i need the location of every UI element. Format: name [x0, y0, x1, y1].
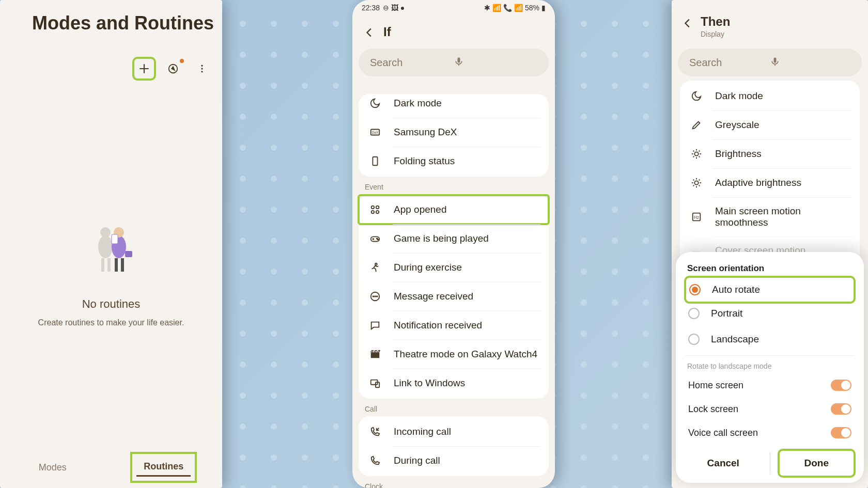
msg-icon — [369, 290, 381, 303]
toggle-row[interactable]: Voice call screen — [687, 421, 853, 445]
dialog-title: Screen orientation — [687, 263, 853, 274]
list-item[interactable]: HzMain screen motion smoothness — [680, 197, 860, 237]
discover-button[interactable] — [165, 61, 181, 76]
item-label: During exercise — [394, 262, 462, 273]
list-item[interactable]: During exercise — [359, 253, 549, 282]
list-item[interactable]: During call — [359, 446, 549, 475]
svg-line-55 — [699, 180, 700, 181]
svg-rect-13 — [121, 258, 124, 272]
dialog-buttons: Cancel Done — [687, 452, 853, 475]
svg-marker-3 — [172, 67, 175, 70]
header-title: Then — [701, 14, 730, 29]
toggle-row[interactable]: Lock screen — [687, 397, 853, 421]
tab-routines[interactable]: Routines — [136, 458, 191, 477]
more-button[interactable] — [194, 61, 210, 76]
item-label: Samsung DeX — [394, 127, 457, 138]
svg-rect-38 — [774, 57, 777, 62]
game-icon — [369, 232, 381, 245]
svg-point-33 — [375, 296, 376, 297]
list-item[interactable]: Dark mode — [680, 82, 860, 111]
svg-rect-16 — [125, 251, 132, 257]
list-item[interactable]: Incoming call — [359, 417, 549, 446]
svg-line-46 — [699, 151, 700, 152]
header-title: If — [383, 25, 391, 39]
dialog-screen-orientation: Screen orientation Auto rotatePortraitLa… — [676, 252, 864, 483]
svg-point-30 — [375, 263, 377, 265]
list-item[interactable]: DeXSamsung DeX — [359, 118, 549, 147]
add-button[interactable] — [136, 61, 152, 76]
status-bar: 22:38 ⊖ 🖼 ● ✱ 📶 📞 📶 58% ▮ — [352, 0, 555, 15]
radio-option[interactable]: Landscape — [687, 326, 853, 352]
panel-routines: Modes and Routines No routines — [0, 0, 222, 488]
toggle-label: Home screen — [688, 380, 743, 391]
pen-icon — [690, 119, 703, 131]
switch-icon[interactable] — [831, 403, 851, 415]
switch-icon[interactable] — [831, 427, 851, 438]
svg-point-29 — [378, 239, 379, 240]
list-item[interactable]: Greyscale — [680, 111, 860, 139]
switch-icon[interactable] — [831, 380, 851, 391]
item-label: Incoming call — [394, 426, 451, 437]
svg-point-48 — [694, 181, 698, 184]
item-label: App opened — [394, 204, 447, 215]
list-item[interactable]: Message received — [359, 282, 549, 311]
radio-label: Portrait — [711, 308, 742, 319]
link-icon — [369, 377, 381, 389]
empty-illustration — [83, 222, 140, 274]
dex-icon: DeX — [369, 126, 381, 138]
svg-point-21 — [371, 206, 375, 209]
mic-icon[interactable] — [770, 56, 850, 69]
group-label: Event — [365, 183, 555, 191]
status-time: 22:38 — [362, 4, 380, 12]
cancel-button[interactable]: Cancel — [687, 452, 760, 475]
item-label: Folding status — [394, 155, 455, 167]
list-item[interactable]: Theatre mode on Galaxy Watch4 — [359, 340, 549, 369]
radio-option[interactable]: Portrait — [687, 301, 853, 326]
svg-point-6 — [201, 71, 203, 72]
toggle-label: Voice call screen — [688, 428, 758, 438]
sun-icon — [690, 177, 703, 189]
bottom-tabs: Modes Routines — [0, 447, 222, 488]
search-placeholder: Search — [689, 57, 770, 69]
group-card: Incoming callDuring call — [359, 416, 549, 476]
item-label: Game is being played — [394, 233, 489, 244]
status-icons-right: ✱ 📶 📞 📶 58% ▮ — [484, 4, 546, 12]
group-card: App openedGame is being playedDuring exe… — [359, 194, 549, 399]
dialog-subheading: Rotate to landscape mode — [687, 362, 853, 370]
tab-modes[interactable]: Modes — [32, 459, 74, 476]
svg-point-24 — [376, 211, 379, 214]
search-input[interactable]: Search — [359, 49, 549, 76]
list-item[interactable]: Brightness — [680, 139, 860, 168]
search-input[interactable]: Search — [678, 49, 862, 76]
svg-rect-8 — [101, 258, 104, 272]
list-item[interactable]: Notification received — [359, 311, 549, 340]
toggle-label: Lock screen — [688, 404, 738, 415]
list-item[interactable]: Folding status — [359, 147, 549, 176]
group-card: Dark modeDeXSamsung DeXFolding status — [359, 94, 549, 177]
svg-text:Hz: Hz — [694, 215, 699, 220]
run-icon — [369, 261, 381, 274]
header-subtitle: Display — [701, 30, 730, 38]
toggle-row[interactable]: Home screen — [687, 373, 853, 397]
page-title: Modes and Routines — [32, 12, 222, 34]
back-icon[interactable] — [682, 18, 692, 28]
list-item[interactable]: Dark mode — [359, 95, 549, 118]
item-label: Main screen motion smoothness — [715, 206, 849, 228]
svg-rect-12 — [115, 258, 118, 272]
radio-option[interactable]: Auto rotate — [687, 279, 853, 301]
radio-label: Landscape — [711, 334, 759, 345]
action-list: Dark modeGreyscaleBrightnessAdaptive bri… — [672, 81, 868, 269]
list-item[interactable]: Adaptive brightness — [680, 168, 860, 197]
done-button[interactable]: Done — [781, 452, 853, 475]
condition-list: Dark modeDeXSamsung DeXFolding statusEve… — [352, 94, 555, 488]
mic-icon[interactable] — [454, 56, 537, 69]
list-item[interactable]: Link to Windows — [359, 369, 549, 398]
back-icon[interactable] — [364, 27, 374, 37]
group-label: Call — [365, 405, 555, 413]
svg-point-7 — [98, 235, 113, 258]
item-label: Theatre mode on Galaxy Watch4 — [394, 349, 537, 360]
svg-point-10 — [100, 227, 111, 238]
panel-then: Then Display Search Dark modeGreyscaleBr… — [672, 0, 868, 488]
list-item[interactable]: App opened — [359, 195, 549, 224]
list-item[interactable]: Game is being played — [359, 224, 549, 253]
